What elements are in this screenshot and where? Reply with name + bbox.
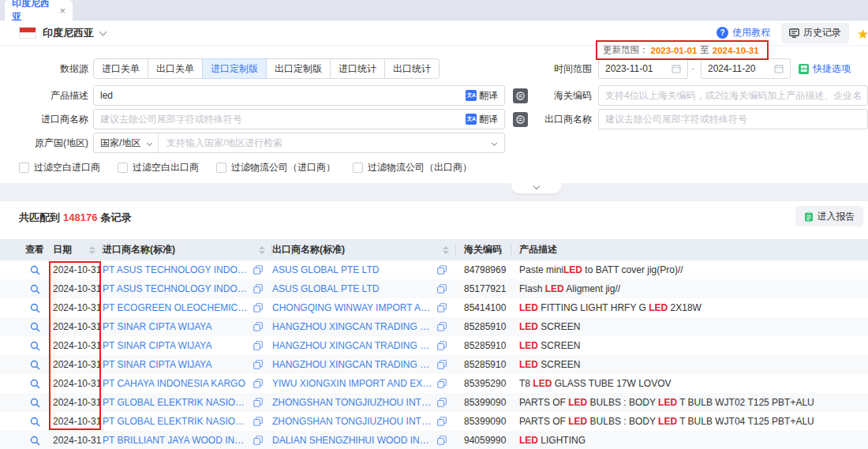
view-detail-button[interactable] bbox=[30, 265, 40, 275]
origin-search-placeholder[interactable]: 支持输入国家/地区进行检索 bbox=[159, 137, 492, 150]
view-detail-button[interactable] bbox=[30, 379, 40, 389]
chevron-down-icon bbox=[492, 140, 497, 145]
tab-indonesia[interactable]: 印度尼西亚 × bbox=[5, 0, 73, 21]
copy-icon[interactable] bbox=[253, 379, 263, 388]
origin-country-field: 国家/地区 支持输入国家/地区进行检索 bbox=[93, 133, 505, 153]
importer-link[interactable]: PT GLOBAL ELEKTRIK NASIONAL bbox=[103, 416, 249, 427]
checkbox-filter-logistics-exporter[interactable]: 过滤物流公司（出口商） bbox=[353, 161, 472, 174]
importer-link[interactable]: PT ECOGREEN OLEOCHEMICALS bbox=[103, 302, 249, 313]
exporter-link[interactable]: ASUS GLOBAL PTE LTD bbox=[272, 283, 432, 294]
exporter-link[interactable]: YIWU XIONGXIN IMPORT AND EXPORT... bbox=[272, 378, 432, 389]
importer-name-input[interactable] bbox=[100, 114, 466, 125]
header-importer[interactable]: 进口商名称(标准) bbox=[103, 244, 272, 256]
importer-link[interactable]: PT SINAR CIPTA WIJAYA bbox=[103, 340, 249, 351]
collapse-form-button[interactable] bbox=[511, 183, 562, 193]
tab-import-custom[interactable]: 进口定制版 bbox=[202, 58, 267, 79]
date-from-input[interactable]: 2023-11-01 bbox=[598, 58, 688, 79]
hs-code-input[interactable] bbox=[598, 85, 868, 106]
copy-icon[interactable] bbox=[437, 417, 447, 426]
checkbox-icon[interactable] bbox=[19, 163, 29, 173]
checkbox-icon[interactable] bbox=[118, 163, 128, 173]
view-detail-button[interactable] bbox=[30, 322, 40, 332]
exporter-link[interactable]: ZHONGSHAN TONGJIUZHOU INTERNA... bbox=[272, 397, 432, 408]
sort-icon[interactable] bbox=[443, 246, 449, 254]
exporter-link[interactable]: CHONGQING WINWAY IMPORT AND E... bbox=[272, 302, 432, 313]
close-icon[interactable]: × bbox=[59, 6, 65, 16]
view-detail-button[interactable] bbox=[30, 417, 40, 427]
exporter-link[interactable]: ASUS GLOBAL PTE LTD bbox=[272, 264, 432, 275]
checkbox-filter-blank-exporter[interactable]: 过滤空白出口商 bbox=[118, 161, 199, 174]
cell-hs-code: 85285910 bbox=[456, 321, 511, 332]
importer-link[interactable]: PT BRILLIANT JAYA WOOD INDUSTRY bbox=[103, 435, 249, 446]
copy-icon[interactable] bbox=[253, 417, 263, 426]
filter-form: 数据源 进口关单 出口关单 进口定制版 出口定制版 进口统计 出口统计 时间范围… bbox=[0, 46, 868, 183]
enter-report-button[interactable]: 进入报告 bbox=[795, 206, 863, 226]
tab-import-statistics[interactable]: 进口统计 bbox=[330, 58, 385, 79]
copy-icon[interactable] bbox=[437, 436, 447, 445]
tutorial-link[interactable]: ? 使用教程 bbox=[716, 26, 770, 39]
copy-icon[interactable] bbox=[253, 341, 263, 350]
sort-icon[interactable] bbox=[259, 246, 265, 254]
importer-link[interactable]: PT ASUS TECHNOLOGY INDONESIA BA... bbox=[103, 283, 249, 294]
tab-export-declaration[interactable]: 出口关单 bbox=[148, 58, 203, 79]
origin-country-select[interactable]: 国家/地区 bbox=[94, 133, 159, 152]
view-detail-button[interactable] bbox=[30, 360, 40, 370]
magnifier-icon bbox=[30, 322, 40, 332]
quick-options-link[interactable]: 快捷选项 bbox=[799, 58, 851, 79]
exporter-link[interactable]: HANGZHOU XINGCAN TRADING CO LTD bbox=[272, 359, 432, 370]
chevron-down-icon[interactable] bbox=[99, 28, 107, 36]
history-icon bbox=[789, 28, 799, 38]
translate-button[interactable]: 文A 翻译 bbox=[466, 113, 498, 126]
view-cell bbox=[19, 284, 51, 294]
copy-icon[interactable] bbox=[253, 398, 263, 407]
checkbox-filter-logistics-importer[interactable]: 过滤物流公司（进口商） bbox=[216, 161, 335, 174]
cell-hs-code: 85399090 bbox=[456, 416, 511, 427]
copy-icon[interactable] bbox=[437, 284, 447, 294]
exporter-link[interactable]: ZHONGSHAN TONGJIUZHOU INTERNA... bbox=[272, 416, 432, 427]
importer-link[interactable]: PT CAHAYA INDONESIA KARGO bbox=[103, 378, 249, 389]
view-detail-button[interactable] bbox=[30, 436, 40, 446]
cell-hs-code: 85177921 bbox=[456, 283, 511, 294]
exporter-name-input[interactable] bbox=[598, 109, 868, 129]
copy-icon[interactable] bbox=[253, 360, 263, 369]
copy-icon[interactable] bbox=[437, 398, 447, 407]
importer-link[interactable]: PT ASUS TECHNOLOGY INDONESIA BA... bbox=[103, 264, 249, 275]
importer-link[interactable]: PT SINAR CIPTA WIJAYA bbox=[103, 321, 249, 332]
copy-icon[interactable] bbox=[437, 360, 447, 369]
checkbox-filter-blank-importer[interactable]: 过滤空白进口商 bbox=[19, 161, 100, 174]
view-detail-button[interactable] bbox=[30, 284, 40, 294]
importer-link[interactable]: PT GLOBAL ELEKTRIK NASIONAL bbox=[103, 397, 249, 408]
copy-icon[interactable] bbox=[253, 284, 263, 294]
importer-link[interactable]: PT SINAR CIPTA WIJAYA bbox=[103, 359, 249, 370]
cell-hs-code: 84798969 bbox=[456, 264, 511, 275]
cell-product: LED LIGHTING bbox=[511, 435, 868, 446]
tab-export-custom[interactable]: 出口定制版 bbox=[266, 58, 331, 79]
header-date[interactable]: 日期 bbox=[51, 244, 103, 256]
copy-icon[interactable] bbox=[437, 303, 447, 312]
product-desc-input[interactable] bbox=[100, 90, 466, 101]
copy-icon[interactable] bbox=[253, 265, 263, 275]
history-button[interactable]: 历史记录 bbox=[781, 23, 849, 43]
translate-button[interactable]: 文A 翻译 bbox=[466, 89, 498, 103]
copy-icon[interactable] bbox=[253, 322, 263, 331]
copy-icon[interactable] bbox=[253, 436, 263, 445]
exporter-link[interactable]: HANGZHOU XINGCAN TRADING CO LTD bbox=[272, 321, 432, 332]
tab-export-statistics[interactable]: 出口统计 bbox=[384, 58, 440, 79]
checkbox-icon[interactable] bbox=[353, 163, 363, 173]
copy-icon[interactable] bbox=[437, 379, 447, 388]
header-exporter[interactable]: 出口商名称(标准) bbox=[272, 244, 456, 256]
date-to-input[interactable]: 2024-11-20 bbox=[701, 58, 791, 79]
copy-icon[interactable] bbox=[437, 265, 447, 275]
exporter-link[interactable]: HANGZHOU XINGCAN TRADING CO LTD bbox=[272, 340, 432, 351]
favorite-star-icon[interactable]: ★ bbox=[857, 26, 868, 43]
view-detail-button[interactable] bbox=[30, 341, 40, 351]
copy-icon[interactable] bbox=[437, 322, 447, 331]
copy-icon[interactable] bbox=[253, 303, 263, 312]
view-detail-button[interactable] bbox=[30, 398, 40, 408]
checkbox-icon[interactable] bbox=[216, 163, 226, 173]
sort-icon[interactable] bbox=[89, 246, 95, 254]
copy-icon[interactable] bbox=[437, 341, 447, 350]
view-detail-button[interactable] bbox=[30, 303, 40, 313]
exporter-link[interactable]: DALIAN SHENGZHIHUI WOOD INDUST... bbox=[272, 435, 432, 446]
tab-import-declaration[interactable]: 进口关单 bbox=[93, 58, 148, 79]
